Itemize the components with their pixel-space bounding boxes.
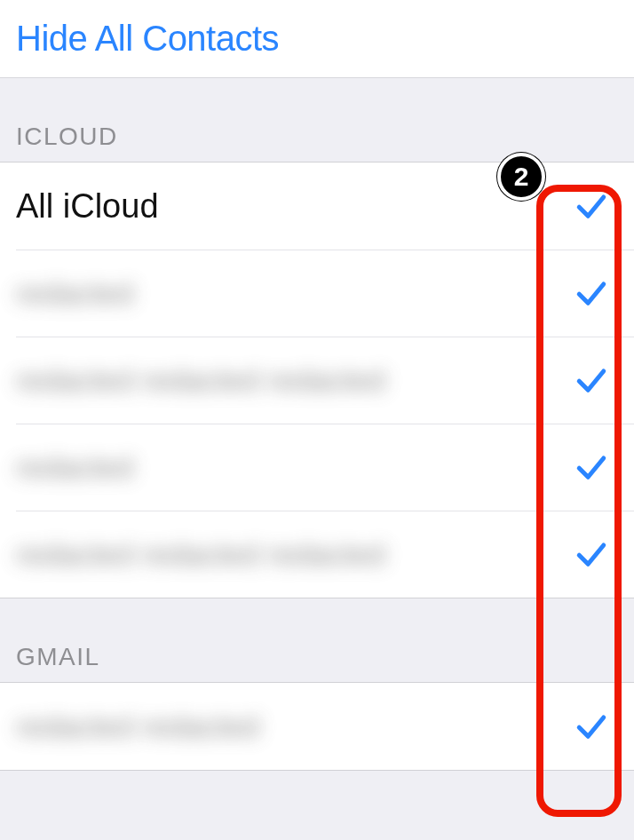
checkmark-icon bbox=[574, 449, 609, 485]
checkmark-icon bbox=[574, 188, 609, 224]
list-item-label: All iCloud bbox=[16, 187, 565, 226]
list-item-label: redacted redacted bbox=[16, 709, 565, 744]
checkmark-icon bbox=[574, 362, 609, 398]
section-header-gmail: GMAIL bbox=[0, 598, 634, 682]
list-item[interactable]: redacted bbox=[0, 250, 634, 337]
list-item[interactable]: redacted redacted redacted bbox=[0, 337, 634, 424]
list-item-label: redacted bbox=[16, 276, 565, 311]
list-item[interactable]: redacted bbox=[0, 424, 634, 511]
list-item[interactable]: redacted redacted redacted bbox=[0, 511, 634, 598]
checkmark-icon bbox=[574, 536, 609, 572]
list-item-label: redacted redacted redacted bbox=[16, 363, 565, 398]
icloud-list: All iCloud redacted redacted redacted re… bbox=[0, 162, 634, 598]
gmail-list: redacted redacted bbox=[0, 682, 634, 771]
list-item-label: redacted bbox=[16, 450, 565, 485]
list-item[interactable]: All iCloud bbox=[0, 162, 634, 250]
checkmark-icon bbox=[574, 709, 609, 744]
list-item-label: redacted redacted redacted bbox=[16, 537, 565, 572]
list-item[interactable]: redacted redacted bbox=[0, 683, 634, 770]
section-header-icloud: ICLOUD bbox=[0, 78, 634, 162]
checkmark-icon bbox=[574, 275, 609, 311]
top-bar: Hide All Contacts bbox=[0, 0, 634, 78]
hide-all-contacts-button[interactable]: Hide All Contacts bbox=[16, 19, 279, 59]
